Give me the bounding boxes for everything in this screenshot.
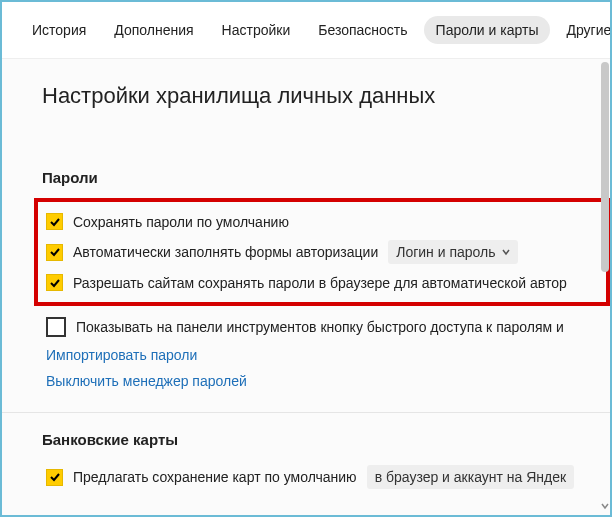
check-icon <box>49 246 61 258</box>
chevron-down-icon <box>601 502 609 510</box>
select-autofill-value: Логин и пароль <box>396 244 495 260</box>
scrollbar-down-arrow[interactable] <box>600 501 610 511</box>
page-title: Настройки хранилища личных данных <box>42 83 610 109</box>
checkbox-autofill[interactable] <box>46 244 63 261</box>
tab-security[interactable]: Безопасность <box>306 16 419 44</box>
select-card-save-location[interactable]: в браузер и аккаунт на Яндек <box>367 465 575 489</box>
checkbox-show-toolbar-button[interactable] <box>46 317 66 337</box>
tab-history[interactable]: История <box>20 16 98 44</box>
check-icon <box>49 277 61 289</box>
select-autofill-mode[interactable]: Логин и пароль <box>388 240 517 264</box>
label-offer-save-cards: Предлагать сохранение карт по умолчанию <box>73 469 357 485</box>
check-icon <box>49 216 61 228</box>
label-show-toolbar-button: Показывать на панели инструментов кнопку… <box>76 319 564 335</box>
separator <box>2 412 610 413</box>
check-icon <box>49 471 61 483</box>
tabs-bar: История Дополнения Настройки Безопасност… <box>2 2 610 58</box>
scrollbar[interactable] <box>600 62 610 511</box>
row-offer-save-cards: Предлагать сохранение карт по умолчанию … <box>42 460 610 494</box>
tab-settings[interactable]: Настройки <box>210 16 303 44</box>
tab-addons[interactable]: Дополнения <box>102 16 205 44</box>
checkbox-offer-save-cards[interactable] <box>46 469 63 486</box>
row-save-passwords: Сохранять пароли по умолчанию <box>42 208 606 235</box>
link-disable-manager[interactable]: Выключить менеджер паролей <box>42 368 610 394</box>
section-title-cards: Банковские карты <box>42 431 610 448</box>
row-show-toolbar-button: Показывать на панели инструментов кнопку… <box>42 312 610 342</box>
checkbox-allow-sites[interactable] <box>46 274 63 291</box>
label-allow-sites: Разрешать сайтам сохранять пароли в брау… <box>73 275 567 291</box>
label-autofill: Автоматически заполнять формы авторизаци… <box>73 244 378 260</box>
row-autofill: Автоматически заполнять формы авторизаци… <box>42 235 606 269</box>
checkbox-save-passwords[interactable] <box>46 213 63 230</box>
content-area: Настройки хранилища личных данных Пароли… <box>2 58 610 517</box>
row-allow-sites: Разрешать сайтам сохранять пароли в брау… <box>42 269 606 296</box>
tab-other-devices[interactable]: Другие устр <box>554 16 610 44</box>
section-title-passwords: Пароли <box>42 169 610 186</box>
link-import-passwords[interactable]: Импортировать пароли <box>42 342 610 368</box>
label-save-passwords: Сохранять пароли по умолчанию <box>73 214 289 230</box>
scrollbar-thumb[interactable] <box>601 62 609 272</box>
tab-passwords-cards[interactable]: Пароли и карты <box>424 16 551 44</box>
chevron-down-icon <box>502 248 510 256</box>
highlight-box: Сохранять пароли по умолчанию Автоматиче… <box>34 198 610 306</box>
